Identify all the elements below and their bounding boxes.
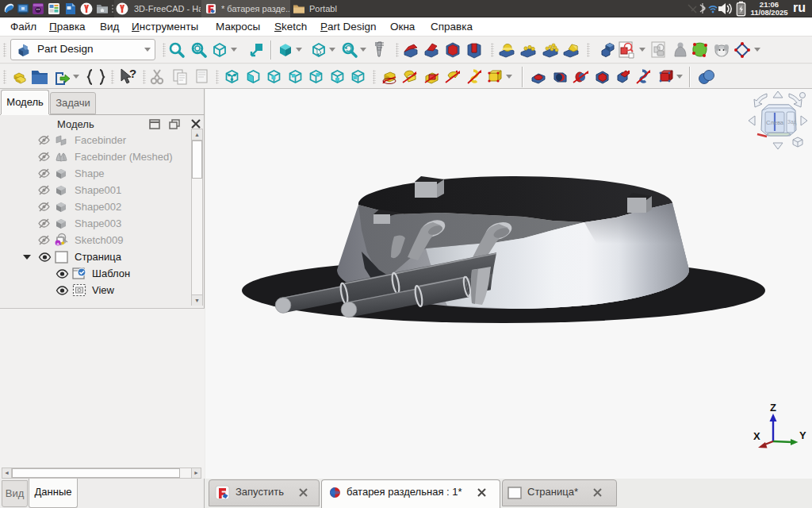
svg-text:?: ?	[129, 67, 136, 80]
svg-text:X: X	[753, 430, 760, 442]
svg-text:Слева: Слева	[766, 119, 784, 126]
svg-text:Z: Z	[770, 402, 776, 414]
svg-text:Зад: Зад	[787, 119, 797, 125]
svg-text:Y: Y	[799, 429, 806, 441]
